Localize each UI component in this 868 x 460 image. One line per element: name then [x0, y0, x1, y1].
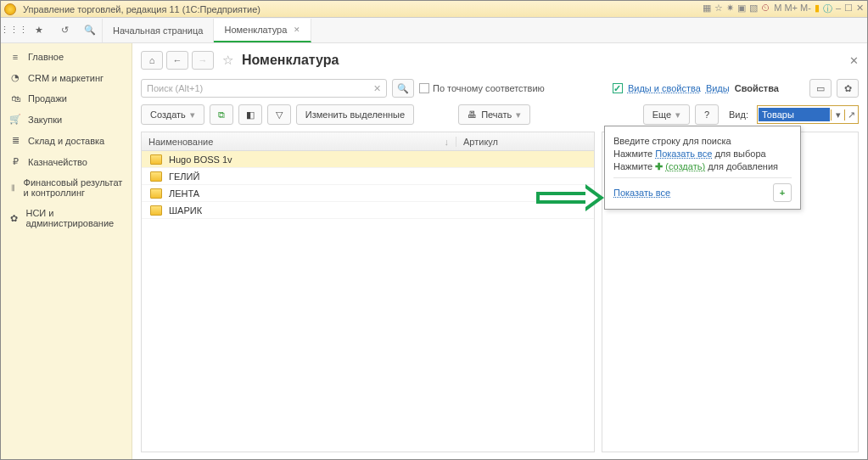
table-row[interactable]: ГЕЛИЙ — [142, 168, 594, 185]
toolbar-icon[interactable]: ☆ — [714, 3, 723, 15]
sidebar-item-admin[interactable]: ✿НСИ и администрирование — [1, 203, 132, 233]
create-button[interactable]: Создать▾ — [141, 104, 204, 125]
sidebar-item-label: НСИ и администрирование — [25, 208, 123, 228]
star-icon[interactable]: ★ — [26, 19, 52, 42]
dropdown-hint: Нажмите Показать все для выбора — [613, 149, 792, 159]
home-button[interactable]: ⌂ — [141, 51, 163, 70]
maximize-icon[interactable]: ☐ — [844, 3, 853, 15]
table-row[interactable]: ЛЕНТА — [142, 185, 594, 202]
toolbar-icon[interactable]: ▦ — [703, 3, 711, 15]
sidebar-item-label: Главное — [28, 52, 64, 62]
sidebar-item-treasury[interactable]: ₽Казначейство — [1, 151, 132, 172]
pie-icon: ◔ — [9, 72, 21, 83]
search-placeholder: Поиск (Alt+1) — [147, 83, 203, 93]
chevron-down-icon[interactable]: ▾ — [831, 109, 844, 121]
grid-icon[interactable]: ⋮⋮⋮ — [1, 19, 26, 42]
copy-button[interactable]: ⧉ — [210, 104, 233, 125]
magnify-button[interactable]: 🔍 — [392, 79, 414, 98]
gear-icon: ✿ — [9, 213, 19, 224]
section-sidebar: ≡Главное ◔CRM и маркетинг 🛍Продажи 🛒Заку… — [1, 43, 132, 459]
filter-link-kinds[interactable]: Виды — [706, 83, 730, 93]
green-check-icon[interactable]: ✓ — [613, 83, 623, 93]
print-button[interactable]: 🖶Печать▾ — [458, 104, 530, 125]
menu-icon: ≡ — [9, 52, 21, 62]
sidebar-item-warehouse[interactable]: ≣Склад и доставка — [1, 130, 132, 151]
sidebar-item-label: Склад и доставка — [28, 136, 104, 146]
filter-links: ✓ Виды и свойства Виды Свойства ▭ ✿ — [613, 79, 859, 98]
toolbar-icon[interactable]: ▣ — [737, 3, 746, 15]
open-icon[interactable]: ↗ — [844, 109, 858, 121]
settings-button[interactable]: ✿ — [837, 79, 859, 98]
forward-button[interactable]: → — [192, 51, 214, 70]
filter-active-label: Свойства — [735, 83, 779, 93]
nomenclature-table: Наименование↓ Артикул Hugo BOSS 1v ГЕЛИЙ… — [141, 132, 595, 452]
sidebar-item-crm[interactable]: ◔CRM и маркетинг — [1, 67, 132, 88]
dropdown-hint: Введите строку для поиска — [613, 136, 792, 146]
show-all-button[interactable]: Показать все — [613, 188, 670, 198]
search-input[interactable]: Поиск (Alt+1) ✕ — [141, 79, 387, 98]
folder-icon — [150, 171, 162, 182]
filter-button[interactable]: ▽ — [267, 104, 291, 125]
kind-combo[interactable]: Товары ▾ ↗ — [757, 105, 859, 124]
tab-nomenclature[interactable]: Номенклатура✕ — [214, 19, 311, 42]
kind-dropdown: Введите строку для поиска Нажмите Показа… — [604, 126, 801, 210]
tab-home[interactable]: Начальная страница — [103, 19, 214, 42]
exact-checkbox[interactable]: По точному соответствию — [419, 83, 545, 93]
add-button[interactable]: + — [773, 183, 792, 202]
top-toolbar: ⋮⋮⋮ ★ ↺ 🔍 Начальная страница Номенклатур… — [1, 18, 867, 43]
plus-icon: ✚ — [655, 161, 665, 171]
table-row[interactable]: Hugo BOSS 1v — [142, 151, 594, 168]
clear-icon[interactable]: ✕ — [373, 83, 381, 94]
kind-label: Вид: — [729, 109, 748, 120]
dropdown-hint: Нажмите ✚ (создать) для добавления — [613, 161, 792, 172]
history-icon[interactable]: ↺ — [52, 19, 77, 42]
boxes-icon: ≣ — [9, 135, 21, 146]
info-icon[interactable]: ⓘ — [823, 3, 832, 15]
sidebar-item-label: Закупки — [28, 115, 62, 125]
toolbar-icon[interactable]: ⏲ — [761, 3, 770, 15]
sidebar-item-label: Казначейство — [28, 157, 87, 167]
table-row[interactable]: ШАРИК — [142, 202, 594, 219]
close-icon[interactable]: ✕ — [856, 3, 864, 15]
sidebar-item-finance[interactable]: ⫴Финансовый результат и контроллинг — [1, 172, 132, 203]
sidebar-item-main[interactable]: ≡Главное — [1, 47, 132, 67]
page-title: Номенклатура — [242, 53, 339, 68]
kind-value: Товары — [759, 108, 830, 121]
ruble-icon: ₽ — [9, 156, 21, 167]
minimize-icon[interactable]: – — [836, 3, 841, 15]
sidebar-item-label: Финансовый результат и контроллинг — [24, 177, 123, 198]
toolbar-text[interactable]: M M+ M- — [774, 3, 811, 15]
printer-icon: 🖶 — [468, 109, 477, 120]
sort-icon: ↓ — [445, 137, 450, 147]
sidebar-item-purchase[interactable]: 🛒Закупки — [1, 109, 132, 130]
column-article[interactable]: Артикул — [456, 137, 594, 147]
more-button[interactable]: Еще▾ — [643, 104, 690, 125]
window-title: Управление торговлей, редакция 11 (1С:Пр… — [20, 4, 699, 14]
search-icon[interactable]: 🔍 — [77, 19, 103, 42]
folder-icon — [150, 188, 162, 199]
hierarchy-button[interactable]: ◧ — [238, 104, 262, 125]
star-outline-icon[interactable]: ☆ — [222, 53, 233, 68]
cart-icon: 🛒 — [9, 114, 21, 125]
filter-link-kinds-props[interactable]: Виды и свойства — [628, 83, 701, 93]
folder-icon — [150, 205, 162, 216]
back-button[interactable]: ← — [166, 51, 188, 70]
toolbar-icon[interactable]: ▧ — [749, 3, 758, 15]
report-button[interactable]: ▭ — [809, 79, 832, 98]
chart-icon: ⫴ — [9, 182, 17, 194]
tab-close-icon[interactable]: ✕ — [294, 25, 300, 34]
sidebar-item-label: CRM и маркетинг — [28, 73, 104, 83]
sidebar-item-sales[interactable]: 🛍Продажи — [1, 88, 132, 109]
sidebar-item-label: Продажи — [28, 93, 67, 104]
window-titlebar: Управление торговлей, редакция 11 (1С:Пр… — [1, 1, 867, 18]
help-button[interactable]: ? — [695, 104, 719, 125]
change-selected-button[interactable]: Изменить выделенные — [296, 104, 414, 125]
toolbar-icon[interactable]: ✷ — [726, 3, 734, 15]
toolbar-icon[interactable]: ▮ — [815, 3, 820, 15]
page-close-icon[interactable]: ✕ — [849, 54, 859, 67]
create-link[interactable]: (создать) — [665, 161, 705, 171]
table-header: Наименование↓ Артикул — [142, 132, 594, 151]
main-content: ⌂ ← → ☆ Номенклатура ✕ Поиск (Alt+1) ✕ 🔍… — [132, 43, 867, 459]
column-name[interactable]: Наименование↓ — [142, 137, 456, 147]
show-all-link[interactable]: Показать все — [655, 149, 712, 159]
